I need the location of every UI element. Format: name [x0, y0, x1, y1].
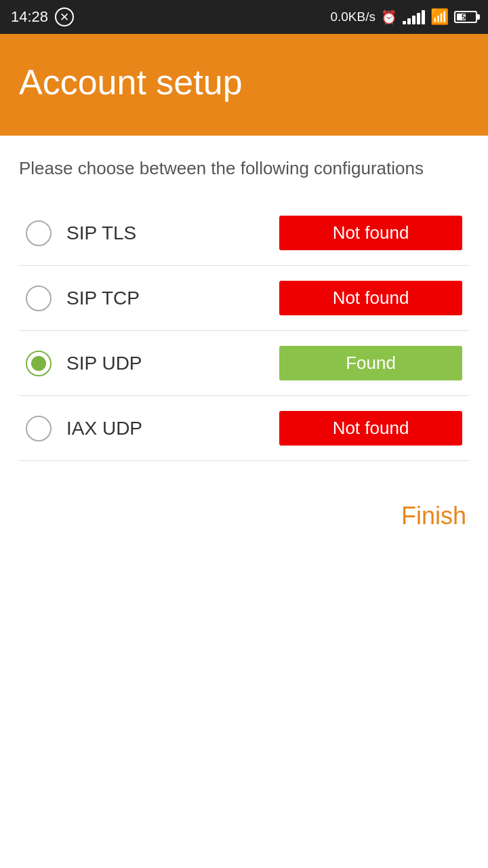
option-row-sip-tls[interactable]: SIP TLS Not found — [19, 201, 469, 266]
close-icon[interactable]: ✕ — [55, 7, 74, 26]
option-label-sip-udp: SIP UDP — [66, 353, 142, 374]
battery-icon: 50 — [454, 11, 477, 23]
status-time: 14:28 — [11, 8, 48, 26]
status-right: 0.0KB/s ⏰ 📶 50 — [330, 8, 477, 26]
finish-button[interactable]: Finish — [399, 495, 469, 537]
radio-sip-udp[interactable] — [26, 351, 52, 376]
signal-icon — [403, 10, 425, 24]
option-left-sip-tls: SIP TLS — [26, 220, 136, 246]
radio-inner-sip-udp — [31, 356, 46, 371]
wifi-icon: 📶 — [430, 8, 449, 26]
status-left: 14:28 ✕ — [11, 7, 74, 26]
main-content: Please choose between the following conf… — [0, 136, 488, 461]
header: Account setup — [0, 34, 488, 136]
options-list: SIP TLS Not found SIP TCP Not found SIP … — [19, 201, 469, 461]
status-bar: 14:28 ✕ 0.0KB/s ⏰ 📶 50 — [0, 0, 488, 34]
option-left-iax-udp: IAX UDP — [26, 416, 142, 441]
status-badge-sip-tcp: Not found — [279, 281, 462, 315]
alarm-icon: ⏰ — [381, 9, 397, 25]
radio-sip-tcp[interactable] — [26, 285, 52, 311]
option-left-sip-tcp: SIP TCP — [26, 285, 140, 311]
radio-iax-udp[interactable] — [26, 416, 52, 441]
option-label-iax-udp: IAX UDP — [66, 418, 142, 439]
option-row-sip-tcp[interactable]: SIP TCP Not found — [19, 266, 469, 331]
option-row-sip-udp[interactable]: SIP UDP Found — [19, 331, 469, 396]
option-label-sip-tls: SIP TLS — [66, 222, 136, 244]
radio-sip-tls[interactable] — [26, 220, 52, 246]
description-text: Please choose between the following conf… — [19, 156, 469, 180]
status-badge-sip-udp: Found — [279, 346, 462, 380]
network-speed: 0.0KB/s — [330, 9, 375, 24]
footer: Finish — [0, 461, 488, 557]
option-left-sip-udp: SIP UDP — [26, 351, 142, 376]
page-title: Account setup — [19, 63, 243, 102]
status-badge-iax-udp: Not found — [279, 411, 462, 446]
option-row-iax-udp[interactable]: IAX UDP Not found — [19, 396, 469, 461]
option-label-sip-tcp: SIP TCP — [66, 288, 140, 309]
status-badge-sip-tls: Not found — [279, 216, 462, 250]
